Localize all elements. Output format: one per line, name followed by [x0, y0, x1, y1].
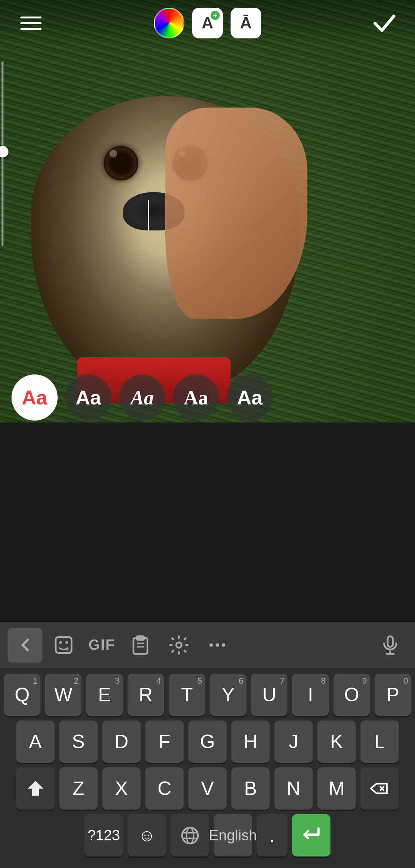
svg-rect-11: [387, 636, 393, 647]
keyboard-back-button[interactable]: [8, 628, 42, 663]
key-row-2: A S D F G H J K L: [4, 721, 411, 763]
key-j[interactable]: J: [274, 721, 313, 763]
clipboard-button[interactable]: [123, 628, 158, 663]
key-i[interactable]: 8I: [292, 674, 329, 716]
enter-key[interactable]: [292, 814, 330, 856]
shift-key[interactable]: [16, 767, 55, 810]
space-key[interactable]: English: [214, 814, 252, 856]
svg-point-15: [186, 827, 193, 843]
color-wheel-button[interactable]: [154, 8, 184, 38]
sticker-button[interactable]: [46, 628, 81, 663]
settings-icon: [168, 634, 189, 656]
svg-point-2: [65, 641, 68, 644]
key-row-bottom: ?123 ☺ English .: [4, 814, 411, 856]
font-preview-sans: Aa: [22, 386, 47, 409]
clipboard-icon: [130, 634, 151, 656]
key-m[interactable]: M: [317, 767, 356, 810]
checkmark-icon: [372, 11, 397, 36]
svg-point-7: [176, 643, 181, 648]
more-button[interactable]: [200, 628, 234, 663]
font-selector: Aa Aa Aa Aa Aa: [0, 373, 415, 422]
font-option-serif[interactable]: Aa: [173, 374, 219, 421]
font-option-sans[interactable]: Aa: [12, 374, 58, 421]
key-n[interactable]: N: [274, 767, 313, 810]
slider-handle[interactable]: [0, 146, 8, 157]
key-x[interactable]: X: [102, 767, 141, 810]
backspace-icon: [370, 779, 389, 798]
size-slider[interactable]: [0, 61, 12, 246]
translate-icon: Ā: [240, 14, 252, 32]
enter-icon: [301, 825, 322, 846]
key-b[interactable]: B: [231, 767, 270, 810]
toolbar-left: [15, 8, 46, 38]
numbers-key[interactable]: ?123: [85, 814, 123, 856]
gif-button[interactable]: GIF: [85, 628, 119, 663]
key-f[interactable]: F: [145, 721, 184, 763]
key-u[interactable]: 7U: [251, 674, 287, 716]
svg-rect-0: [55, 637, 71, 653]
key-p[interactable]: 0P: [375, 674, 411, 716]
font-preview-display: Aa: [237, 386, 262, 409]
dog-eye-left: [104, 146, 138, 181]
svg-point-8: [209, 643, 212, 647]
photo-background: [0, 0, 415, 422]
font-preview-serif: Aa: [184, 386, 208, 409]
svg-point-9: [215, 643, 219, 647]
key-c[interactable]: C: [145, 767, 184, 810]
top-toolbar: A + Ā: [0, 0, 415, 46]
key-h[interactable]: H: [231, 721, 270, 763]
gif-label: GIF: [88, 637, 115, 653]
font-option-script[interactable]: Aa: [119, 374, 165, 421]
backspace-key[interactable]: [360, 767, 399, 810]
globe-icon: [179, 825, 201, 846]
key-r[interactable]: 4R: [128, 674, 164, 716]
font-option-bold[interactable]: Aa: [65, 374, 111, 421]
translate-font-button[interactable]: Ā: [231, 8, 261, 38]
more-icon: [207, 634, 228, 656]
text-cursor: [148, 200, 149, 230]
key-z[interactable]: Z: [59, 767, 98, 810]
keyboard-rows: 1Q 2W 3E 4R 5T 6Y 7U 8I 9O 0P A S D F G …: [0, 668, 415, 868]
svg-point-14: [182, 827, 198, 843]
sticker-icon: [53, 634, 74, 656]
toolbar-center: A + Ā: [154, 8, 261, 38]
globe-key[interactable]: [171, 814, 209, 856]
key-y[interactable]: 6Y: [210, 674, 246, 716]
font-option-display[interactable]: Aa: [227, 374, 273, 421]
settings-button[interactable]: [161, 628, 196, 663]
key-q[interactable]: 1Q: [4, 674, 40, 716]
key-k[interactable]: K: [317, 721, 356, 763]
svg-point-10: [221, 643, 225, 647]
shift-icon: [25, 778, 46, 799]
microphone-button[interactable]: [373, 628, 407, 663]
hand: [165, 108, 307, 319]
hamburger-icon: [20, 17, 42, 30]
key-g[interactable]: G: [188, 721, 227, 763]
back-arrow-icon: [15, 634, 36, 656]
period-key[interactable]: .: [257, 814, 287, 856]
key-row-1: 1Q 2W 3E 4R 5T 6Y 7U 8I 9O 0P: [4, 674, 411, 716]
add-font-button[interactable]: A +: [192, 8, 223, 38]
key-a[interactable]: A: [16, 721, 55, 763]
key-row-3: Z X C V B N M: [4, 767, 411, 810]
microphone-icon: [380, 634, 401, 656]
keyboard: GIF: [0, 622, 415, 868]
key-t[interactable]: 5T: [169, 674, 205, 716]
font-preview-bold: Aa: [76, 386, 101, 409]
menu-button[interactable]: [15, 8, 46, 38]
key-w[interactable]: 2W: [45, 674, 81, 716]
key-l[interactable]: L: [360, 721, 399, 763]
plus-icon: +: [211, 11, 220, 20]
key-e[interactable]: 3E: [86, 674, 123, 716]
svg-point-1: [59, 641, 62, 644]
key-o[interactable]: 9O: [334, 674, 370, 716]
key-d[interactable]: D: [102, 721, 141, 763]
font-preview-script: Aa: [131, 386, 154, 409]
key-v[interactable]: V: [188, 767, 227, 810]
key-s[interactable]: S: [59, 721, 98, 763]
confirm-button[interactable]: [369, 8, 400, 38]
keyboard-toolbar: GIF: [0, 622, 415, 668]
emoji-key[interactable]: ☺: [128, 814, 166, 856]
